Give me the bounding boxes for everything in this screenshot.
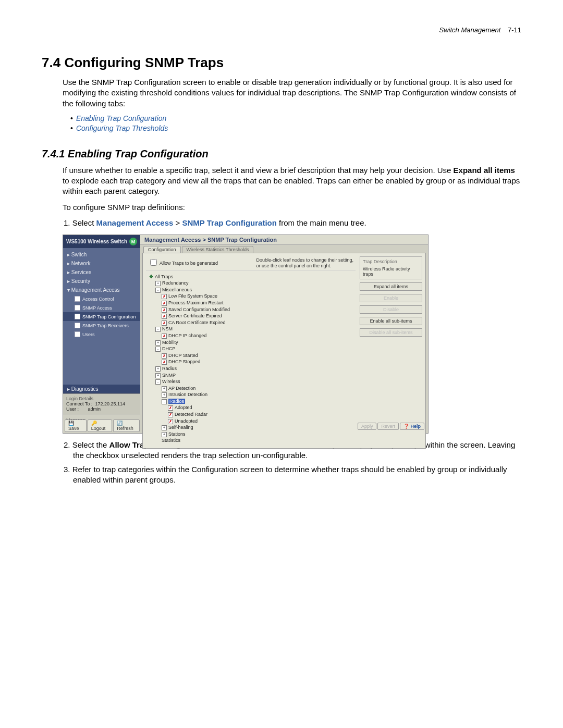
- tree-intrusion[interactable]: Intrusion Detection: [168, 392, 207, 397]
- tree-ap-detection[interactable]: AP Detection: [168, 386, 195, 391]
- tree-misc-proc[interactable]: Process Maximum Restart: [168, 300, 224, 305]
- tab-wireless-stats[interactable]: Wireless Statistics Thresholds: [182, 246, 254, 253]
- expand-icon[interactable]: +: [155, 373, 161, 378]
- bullet-item[interactable]: •Enabling Trap Configuration: [70, 114, 521, 122]
- tree-nsm[interactable]: NSM: [162, 326, 173, 331]
- sidebar-header: WS5100 Wireless Switch M: [63, 235, 140, 248]
- trap-desc-text: Wireless Radio activity traps: [363, 266, 410, 277]
- tree-nsm-dhcp[interactable]: DHCP IP changed: [168, 333, 206, 338]
- tree-radius[interactable]: Radius: [162, 366, 177, 371]
- nav-switch[interactable]: ▸ Switch: [63, 250, 140, 259]
- page-number: 7-11: [508, 26, 521, 34]
- tree-dhcp-started[interactable]: DHCP Started: [168, 353, 198, 358]
- panel-top-row: Allow Traps to be generated Double-click…: [146, 256, 356, 270]
- allow-traps-checkbox[interactable]: Allow Traps to be generated: [148, 257, 218, 267]
- tree-radios-selected[interactable]: Radios: [168, 399, 185, 404]
- content-button-bar: Apply Revert ❓ Help: [357, 423, 425, 430]
- intro-paragraph: Use the SNMP Trap Configuration screen t…: [63, 77, 521, 109]
- tree-dhcp[interactable]: DHCP: [162, 346, 176, 351]
- tree-radios-detected[interactable]: Detected Radar: [175, 412, 207, 417]
- bullet-list: •Enabling Trap Configuration •Configurin…: [70, 114, 521, 132]
- collapse-icon[interactable]: -: [155, 327, 161, 332]
- checkbox-icon[interactable]: ✗: [162, 353, 167, 359]
- tree-radios-adopted[interactable]: Adopted: [175, 405, 192, 410]
- checkbox-icon[interactable]: ✗: [162, 360, 167, 365]
- checkbox-icon[interactable]: ✗: [162, 294, 167, 299]
- nav-services[interactable]: ▸ Services: [63, 268, 140, 277]
- tree-self-healing[interactable]: Self-healing: [168, 425, 193, 430]
- enable-all-sub-button[interactable]: Enable all sub-items: [360, 317, 422, 325]
- expand-icon[interactable]: +: [162, 386, 167, 391]
- collapse-icon[interactable]: -: [155, 379, 161, 385]
- checkbox-icon[interactable]: ✗: [168, 405, 173, 411]
- menu-path-2: SNMP Trap Configuration: [182, 218, 277, 227]
- collapse-icon[interactable]: -: [155, 347, 161, 352]
- logout-button[interactable]: 🔑 Logout: [88, 419, 112, 432]
- nav-snmp-trap-config[interactable]: SNMP Trap Configuration: [63, 312, 140, 321]
- help-button[interactable]: ❓ Help: [400, 423, 424, 430]
- nav-security[interactable]: ▸ Security: [63, 277, 140, 286]
- expand-all-button[interactable]: Expand all items: [360, 282, 422, 291]
- tab-configuration[interactable]: Configuration: [143, 246, 181, 253]
- tree-snmp[interactable]: SNMP: [162, 373, 176, 378]
- all-traps-icon: ❖: [149, 274, 153, 279]
- nav-access-control[interactable]: Access Control: [63, 294, 140, 303]
- tree-misc-saved[interactable]: Saved Configuration Modified: [168, 307, 230, 312]
- checkbox-icon[interactable]: ✗: [168, 419, 173, 424]
- to-configure-line: To configure SNMP trap definitions:: [63, 202, 521, 213]
- expand-icon[interactable]: +: [155, 366, 161, 372]
- tree-misc-server[interactable]: Server Certificate Expired: [168, 313, 222, 318]
- expand-icon[interactable]: +: [162, 432, 167, 437]
- checkbox-icon[interactable]: ✗: [162, 334, 167, 339]
- revert-button[interactable]: Revert: [377, 423, 399, 430]
- product-name: WS5100 Wireless Switch: [66, 239, 127, 244]
- tree-all-traps[interactable]: All Traps: [155, 274, 173, 279]
- tab-strip: Configuration Wireless Statistics Thresh…: [140, 245, 428, 253]
- checkbox-icon[interactable]: ✗: [162, 301, 167, 306]
- nav-snmp-access[interactable]: SNMP Access: [63, 303, 140, 312]
- tree-wireless[interactable]: Wireless: [162, 379, 180, 384]
- tree-statistics[interactable]: Statistics: [162, 438, 180, 443]
- expand-icon[interactable]: +: [162, 425, 167, 430]
- expand-icon[interactable]: +: [155, 281, 161, 286]
- nav-users[interactable]: Users: [63, 330, 140, 339]
- save-button[interactable]: 💾 Save: [65, 419, 87, 432]
- tree-stations[interactable]: Stations: [168, 431, 186, 437]
- tree-mobility[interactable]: Mobility: [162, 340, 178, 345]
- trap-desc-title: Trap Description: [363, 259, 419, 264]
- disable-all-sub-button[interactable]: Disable all sub-items: [360, 328, 422, 337]
- expand-icon[interactable]: +: [155, 340, 161, 346]
- tree-radios-unadopted[interactable]: Unadopted: [175, 418, 198, 424]
- nav-diagnostics[interactable]: ▸ Diagnostics: [63, 385, 140, 393]
- checkbox-icon[interactable]: ✗: [162, 314, 167, 319]
- refresh-button[interactable]: 🔄 Refresh: [113, 419, 140, 432]
- brand-logo-icon: M: [129, 238, 137, 245]
- tree-misc[interactable]: Miscellaneous: [162, 287, 192, 292]
- nav-network[interactable]: ▸ Network: [63, 259, 140, 268]
- tree-redundancy[interactable]: Redundancy: [162, 280, 189, 286]
- page-header: Switch Management 7-11: [42, 26, 521, 34]
- nav-management-access[interactable]: ▾ Management Access: [63, 286, 140, 294]
- breadcrumb: Management Access > SNMP Trap Configurat…: [140, 235, 428, 245]
- apply-button[interactable]: Apply: [358, 423, 377, 430]
- collapse-icon[interactable]: -: [162, 399, 167, 404]
- book-title: Switch Management: [439, 26, 501, 34]
- subsection-title: 7.4.1 Enabling Trap Configuration: [42, 148, 521, 160]
- disable-button[interactable]: Disable: [360, 305, 422, 314]
- subsection-name: Enabling Trap Configuration: [68, 148, 209, 159]
- collapse-icon[interactable]: -: [155, 288, 161, 293]
- trap-description-box: Trap Description Wireless Radio activity…: [360, 256, 422, 279]
- enable-button[interactable]: Enable: [360, 294, 422, 302]
- tree-dhcp-stopped[interactable]: DHCP Stopped: [168, 359, 200, 364]
- tree-misc-ca[interactable]: CA Root Certificate Expired: [168, 320, 226, 325]
- subsection-paragraph: If unsure whether to enable a specific t…: [63, 165, 521, 197]
- checkbox-icon[interactable]: ✗: [162, 320, 167, 326]
- bullet-item[interactable]: •Configuring Trap Thresholds: [70, 124, 521, 132]
- checkbox-icon[interactable]: ✗: [168, 412, 173, 417]
- tree-misc-low[interactable]: Low File System Space: [168, 293, 217, 299]
- expand-icon[interactable]: +: [162, 392, 167, 398]
- checkbox-icon[interactable]: ✗: [162, 307, 167, 313]
- subsection-number: 7.4.1: [42, 148, 65, 159]
- nav-snmp-trap-receivers[interactable]: SNMP Trap Receivers: [63, 321, 140, 330]
- trap-tree[interactable]: ❖All Traps +Redundancy -Miscellaneous ✗L…: [146, 273, 356, 445]
